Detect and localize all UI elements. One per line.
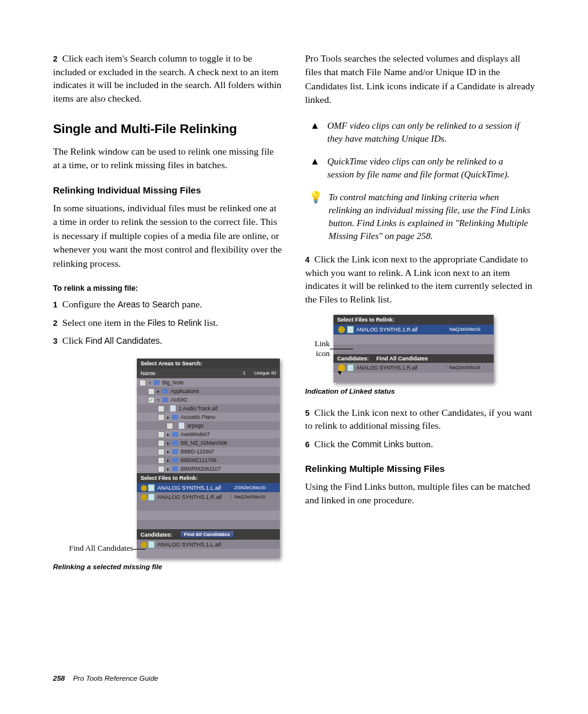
item-name: AveWinds07 — [181, 431, 277, 437]
step-number: 2 — [53, 54, 57, 63]
checkbox[interactable] — [148, 388, 155, 395]
disclosure-icon[interactable]: ▸ — [167, 466, 169, 472]
link-icon[interactable]: ⬤ — [139, 541, 148, 548]
checkbox[interactable] — [166, 423, 173, 429]
tree-row: ▸BB_MZ_02March08 — [137, 439, 280, 447]
unique-id: ZSN3eO6kcSI — [231, 485, 277, 490]
subsection-text: In some situations, individual files mus… — [53, 201, 283, 270]
subsection-heading: Relinking Multiple Missing Files — [305, 463, 535, 474]
tip-icon: 💡 — [309, 191, 322, 205]
item-name: BBDMZ111706 — [181, 457, 277, 463]
tree-row: ✓▿AUDIO — [137, 396, 280, 404]
disclosure-icon[interactable]: ▸ — [167, 415, 169, 420]
folder-icon — [172, 440, 178, 445]
right-intro: Pro Tools searches the selected volumes … — [305, 52, 535, 107]
checkbox[interactable]: ✓ — [148, 397, 155, 404]
find-all-candidates-button[interactable]: Find All Candidates — [377, 355, 428, 362]
disclosure-icon[interactable]: ▸ — [157, 389, 160, 394]
item-name: Applications — [171, 388, 277, 394]
link-icon[interactable]: ⬤ — [336, 325, 347, 333]
warning-quicktime: ▲ QuickTime video clips can only be reli… — [305, 155, 535, 181]
link-icon[interactable]: ⬤ — [336, 363, 347, 371]
checkbox[interactable] — [158, 466, 165, 473]
file-row-selected: ⬤ ANALOG SYNTHS.1.R.aif NaQ3eS6kcSI — [333, 325, 494, 335]
unique-id: NaQ3eS6kcSI — [231, 494, 277, 500]
checkbox[interactable] — [158, 457, 165, 464]
item-name: BBMRMZ062107 — [181, 466, 277, 472]
item-name: Big_Note — [162, 379, 277, 386]
folder-icon — [172, 449, 178, 454]
file-icon — [178, 422, 185, 429]
disclosure-icon[interactable]: ▿ — [149, 380, 151, 386]
disclosure-icon[interactable]: ▸ — [167, 432, 169, 437]
step-1: 1 Configure the Areas to Search pane. — [53, 298, 283, 311]
folder-icon — [153, 380, 160, 385]
files-header: Select Files to Relink: — [137, 473, 280, 483]
files-to-relink-list: ⬤ANALOG SYNTHS.1.L.aifZSN3eO6kcSI⬤ANALOG… — [137, 483, 280, 501]
disclosure-icon[interactable]: ▸ — [167, 449, 169, 455]
checkbox[interactable] — [139, 379, 146, 386]
find-all-candidates-button[interactable]: Find All Candidates — [180, 530, 234, 538]
file-icon — [347, 364, 354, 371]
file-icon — [148, 484, 155, 492]
item-name: BBBD-122907 — [181, 448, 277, 455]
tree-row: ▸BBDMZ111706 — [137, 456, 280, 465]
folder-icon — [172, 458, 178, 463]
checkbox[interactable] — [158, 414, 165, 421]
step-5: 5 Click the Link icon next to other Cand… — [305, 406, 535, 432]
callout-find-all-candidates: Find All Candidates — [53, 543, 133, 558]
subsection-heading: Relinking Individual Missing Files — [53, 185, 283, 195]
disclosure-icon[interactable]: ▿ — [157, 397, 160, 403]
areas-header: Select Areas to Search: — [137, 359, 280, 368]
warning-omf: ▲ OMF video clips can only be relinked t… — [305, 120, 535, 145]
disclosure-icon[interactable]: ▸ — [167, 440, 169, 446]
section-intro: The Relink window can be used to relink … — [53, 145, 283, 172]
folder-icon — [172, 415, 178, 420]
candidates-header: Candidates: Find All Candidates — [137, 529, 280, 540]
column-headers: Name 1 Unique ID — [137, 368, 280, 378]
link-icon[interactable]: ⬤ — [139, 484, 148, 491]
procedure-title: To relink a missing file: — [53, 284, 283, 293]
checkbox[interactable] — [158, 440, 165, 447]
file-icon — [148, 541, 155, 548]
file-icon — [169, 405, 176, 412]
book-title: Pro Tools Reference Guide — [73, 675, 158, 682]
step-2-top: 2 Click each item's Search column to tog… — [53, 52, 283, 105]
step-text: Click each item's Search column to toggl… — [53, 53, 282, 103]
relink-panel: Select Areas to Search: Name 1 Unique ID… — [137, 359, 280, 558]
file-row[interactable]: ⬤ANALOG SYNTHS.1.L.aifZSN3eO6kcSI — [137, 483, 280, 492]
tree-row: ▸AveWinds07 — [137, 430, 280, 439]
step-4: 4 Click the Link icon next to the approp… — [305, 253, 535, 306]
page-number: 258 — [53, 675, 65, 682]
file-name: ANALOG SYNTHS.1.L.aif — [157, 485, 231, 491]
callout-link-icon: Link icon — [305, 339, 330, 358]
folder-icon — [172, 466, 178, 471]
subsection-text: Using the Find Links button, multiple fi… — [305, 480, 535, 508]
tree-row: ▸Acoustic Piano — [137, 413, 280, 421]
figure-caption: Relinking a selected missing file — [53, 563, 283, 570]
checkbox[interactable] — [158, 405, 165, 412]
tree-row: ▿Big_Note — [137, 378, 280, 387]
checkbox[interactable] — [158, 431, 165, 438]
item-name: AUDIO — [171, 397, 277, 403]
item-name: 1 Audio Track.aif — [179, 405, 277, 412]
step-6: 6 Click the Commit Links button. — [305, 437, 535, 451]
figure-relink-window: Find All Candidates Select Areas to Sear… — [53, 359, 283, 558]
file-name: ANALOG SYNTHS.1.R.aif — [157, 494, 231, 500]
checkbox[interactable] — [158, 448, 165, 455]
candidate-row: ⬤ ANALOG SYNTHS.1.R.aif NaQ3eS6kcSI — [333, 363, 494, 373]
item-name: arpegs — [187, 423, 277, 429]
step-3: 3 Click Find All Candidates. — [53, 334, 283, 347]
file-icon — [347, 326, 354, 333]
tree-row: ▸BBMRMZ062107 — [137, 465, 280, 473]
tree-row: arpegs — [137, 421, 280, 430]
candidate-row: ⬤ ANALOG SYNTHS.1.L.aif — [137, 540, 280, 549]
folder-icon — [172, 432, 178, 437]
page-footer: 258 Pro Tools Reference Guide — [53, 675, 158, 682]
link-icon[interactable]: ⬤ — [139, 493, 148, 500]
disclosure-icon[interactable]: ▸ — [167, 458, 169, 463]
tree-row: 1 Audio Track.aif — [137, 404, 280, 413]
file-row[interactable]: ⬤ANALOG SYNTHS.1.R.aifNaQ3eS6kcSI — [137, 492, 280, 501]
figure-caption: Indication of Linked status — [305, 387, 535, 395]
tree-row: ▸Applications — [137, 387, 280, 396]
